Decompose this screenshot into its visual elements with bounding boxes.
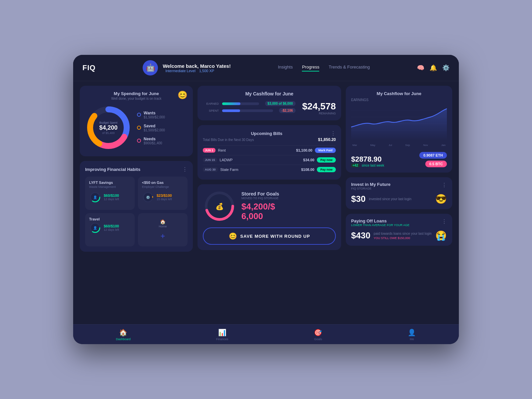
wants-dot bbox=[137, 113, 141, 117]
spending-subtitle: Well done, your budget is on track bbox=[85, 97, 188, 100]
nav-dashboard[interactable]: 🏠 Dashboard bbox=[116, 329, 131, 341]
spending-legend: Wants $1,500/$2,000 Saved $1,500/$2,000 bbox=[137, 111, 165, 145]
settings-icon[interactable]: ⚙️ bbox=[442, 64, 450, 71]
habits-title: Improving Financial Habits bbox=[85, 167, 140, 172]
habit-lyft-sub: Waste Management bbox=[89, 185, 131, 189]
bell-icon[interactable]: 🔔 bbox=[430, 64, 437, 71]
spent-label: SPENT bbox=[203, 109, 219, 112]
spent-row: SPENT -$2,106 bbox=[203, 108, 296, 113]
tab-progress[interactable]: Progress bbox=[302, 65, 319, 71]
bill-statefarm-amount: $108.00 bbox=[301, 168, 315, 172]
saved-amount: $1,500/$2,000 bbox=[144, 128, 165, 132]
roundup-button[interactable]: 😊 SAVE MORE WITH ROUND UP bbox=[203, 227, 336, 245]
donut-area: Budget Spent $4,200 of $5,400 Wants $1,5… bbox=[85, 104, 188, 151]
chart-x-labels: Mar May Jul Sep Nov Jan bbox=[351, 144, 447, 147]
earned-bar bbox=[222, 102, 240, 105]
earned-bar-wrap bbox=[222, 102, 259, 105]
invest-amount-row: $30 invested since your last login bbox=[351, 194, 411, 204]
nav-finances[interactable]: 📊 Finances bbox=[216, 329, 228, 341]
bill-ladwp-pay-button[interactable]: Pay now bbox=[317, 157, 336, 163]
roundup-text: SAVE MORE WITH ROUND UP bbox=[240, 234, 310, 239]
chart-x-may: May bbox=[370, 144, 375, 147]
svg-text:👤: 👤 bbox=[93, 195, 97, 200]
habit-travel-info: $60/$100 12 days left bbox=[104, 224, 119, 231]
bill-rent-pay-button[interactable]: Mark Paid bbox=[315, 148, 336, 153]
cashflow-remaining: REMAINING bbox=[302, 112, 336, 115]
legend-saved: Saved $1,500/$2,000 bbox=[137, 124, 165, 132]
earned-row: EARNED $3,000 of $6,000 bbox=[203, 101, 296, 106]
goals-label: Goals bbox=[314, 337, 322, 341]
habits-menu[interactable]: ⋮ bbox=[182, 166, 188, 173]
invest-menu[interactable]: ⋮ bbox=[442, 182, 447, 188]
invest-info: $30 invested since your last login bbox=[351, 194, 411, 204]
right-column: My Cashflow for June EARNINGS bbox=[346, 86, 452, 320]
invest-titles: Invest in My Future FIQ STORAGE bbox=[351, 182, 390, 190]
loans-header: Paying Off Loans LOWER THAN AVERAGE FOR … bbox=[351, 218, 447, 227]
legend-wants: Wants $1,500/$2,000 bbox=[137, 111, 165, 119]
header-icons: 🧠 🔔 ⚙️ bbox=[417, 64, 450, 71]
tab-insights[interactable]: Insights bbox=[278, 65, 293, 71]
loans-desc: paid towards loans since your last login bbox=[374, 232, 432, 235]
earnings-since-label: since last week bbox=[362, 164, 384, 167]
spending-of: of $5,400 bbox=[99, 131, 117, 135]
loans-amount-row: $430 paid towards loans since your last … bbox=[351, 230, 432, 241]
legend-needs: Needs $900/$1,400 bbox=[137, 137, 165, 145]
cashflow-flex: EARNED $3,000 of $6,000 SPENT -$2,106 bbox=[203, 101, 336, 115]
bill-rent-amount: $1,100.00 bbox=[296, 148, 313, 152]
header: FIQ 🤖 Welcome back, Marco Yates! Interme… bbox=[73, 55, 459, 81]
bill-statefarm-pay-button[interactable]: Pay now bbox=[317, 167, 336, 172]
invest-emoji: 😎 bbox=[435, 194, 447, 204]
svg-text:💰: 💰 bbox=[215, 202, 224, 210]
add-habit-icon: + bbox=[160, 231, 165, 241]
middle-column: My Cashflow for June EARNED $3,000 of $6… bbox=[198, 86, 341, 320]
chart-x-jan: Jan bbox=[441, 144, 446, 147]
habit-gas-sub: Employer Challenge bbox=[142, 185, 184, 189]
bills-menu[interactable]: ⋮ bbox=[331, 130, 336, 137]
nav-goals[interactable]: 🎯 Goals bbox=[314, 329, 322, 341]
habits-header: Improving Financial Habits ⋮ bbox=[85, 166, 188, 173]
habit-gas-days: 15 days left bbox=[157, 198, 172, 201]
goals-icon: 🎯 bbox=[314, 329, 322, 336]
nav-me[interactable]: 👤 Me bbox=[408, 329, 416, 341]
goals-sub: MOVED TO FIQ STORAGE bbox=[241, 197, 279, 200]
me-icon: 👤 bbox=[408, 329, 416, 336]
user-xp: 1,500 XP bbox=[199, 69, 214, 73]
cashflow-bars: EARNED $3,000 of $6,000 SPENT -$2,106 bbox=[203, 101, 296, 115]
bills-summary: Total Bills Due in the Next 30 Days $1,8… bbox=[203, 137, 336, 142]
habit-travel-ring: 👤 bbox=[89, 222, 101, 234]
loans-emoji: 😭 bbox=[435, 230, 447, 241]
chart-x-jul: Jul bbox=[389, 144, 392, 147]
left-column: My Spending for June Well done, your bud… bbox=[80, 86, 193, 320]
goals-text: Stored For Goals MOVED TO FIQ STORAGE $4… bbox=[241, 191, 279, 221]
crypto-badges: 0.9087 ETH 0.5 BTC bbox=[419, 152, 447, 167]
earnings-since: +42 since last week bbox=[351, 164, 384, 167]
finances-label: Finances bbox=[216, 337, 228, 341]
tab-trends[interactable]: Trends & Forecasting bbox=[329, 65, 370, 71]
bills-card: Upcoming Bills ⋮ Total Bills Due in the … bbox=[198, 125, 341, 180]
chart-area bbox=[351, 104, 447, 140]
habit-add[interactable]: 🏠 Home + bbox=[138, 213, 188, 246]
bill-ladwp-date: JUN 15 bbox=[203, 158, 217, 162]
svg-text:👤: 👤 bbox=[93, 226, 97, 230]
brain-icon[interactable]: 🧠 bbox=[417, 64, 424, 71]
needs-amount: $900/$1,400 bbox=[144, 141, 162, 145]
invest-desc: invested since your last login bbox=[369, 197, 411, 201]
goals-donut: 💰 bbox=[203, 190, 236, 223]
user-meta: Intermediate Level 1,500 XP bbox=[163, 69, 231, 73]
invest-title: Invest in My Future bbox=[351, 182, 390, 187]
logo: FIQ bbox=[82, 64, 96, 72]
habit-gas: <$50 on Gas Employer Challenge ⚙️ $23/$1… bbox=[138, 177, 188, 210]
earnings-chart-svg bbox=[351, 104, 447, 140]
goals-amount: $4,200/$6,000 bbox=[241, 202, 279, 221]
habit-lyft-name: LYFT Savings bbox=[89, 181, 131, 185]
needs-text: Needs $900/$1,400 bbox=[144, 137, 162, 145]
habits-card: Improving Financial Habits ⋮ LYFT Saving… bbox=[80, 161, 193, 252]
dashboard-icon: 🏠 bbox=[119, 329, 127, 336]
user-level: Intermediate Level bbox=[165, 69, 196, 73]
spent-bar-wrap bbox=[222, 109, 273, 112]
habit-travel-amount: $60/$100 bbox=[104, 224, 119, 228]
needs-dot bbox=[137, 139, 141, 143]
bills-title: Upcoming Bills bbox=[203, 131, 331, 136]
loans-menu[interactable]: ⋮ bbox=[442, 218, 447, 225]
bill-statefarm-date: AUG 30 bbox=[203, 167, 218, 172]
